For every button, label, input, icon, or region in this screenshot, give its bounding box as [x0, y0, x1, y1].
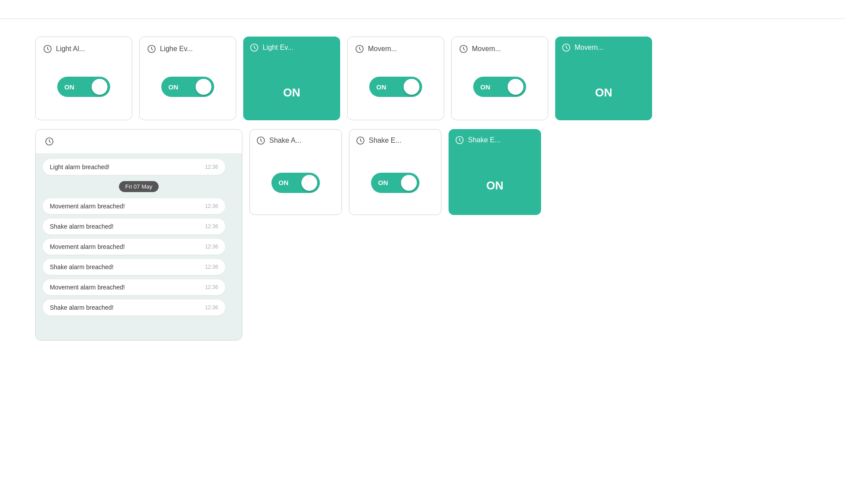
alarm-card-header-shake-a: Shake A...: [250, 130, 341, 150]
toggle-label-shake-e1: ON: [378, 179, 388, 186]
alarm-card-title-light-ev: Light Ev...: [263, 44, 293, 52]
alarm-card-title-lighe-ev: Lighe Ev...: [160, 45, 193, 53]
alarm-card-title-movem1: Movem...: [368, 45, 397, 53]
alarm-card-title-shake-a: Shake A...: [269, 137, 301, 145]
alarm-card-title-light-al: Light Al...: [56, 45, 85, 53]
message-text: Shake alarm breached!: [50, 304, 114, 311]
toggle-knob-lighe-ev: [196, 79, 212, 95]
message-text: Movement alarm breached!: [50, 203, 125, 210]
message-bubble: Shake alarm breached!12:36: [43, 219, 225, 234]
alarm-card-light-ev: Light Ev...ON: [243, 37, 340, 120]
large-on-btn-light-ev[interactable]: ON: [283, 86, 301, 100]
alarm-card-shake-a: Shake A...ON: [249, 129, 342, 215]
message-time: 12:36: [205, 223, 218, 230]
alarm-card-title-movem3: Movem...: [575, 44, 604, 52]
alarm-card-header-shake-e1: Shake E...: [349, 130, 441, 150]
alarm-card-lighe-ev: Lighe Ev...ON: [139, 37, 236, 120]
message-bubble: Shake alarm breached!12:36: [43, 300, 225, 315]
toggle-label-light-al: ON: [64, 83, 74, 91]
alarm-card-shake-e2: Shake E...ON: [449, 129, 541, 215]
message-bubble: Movement alarm breached!12:36: [43, 279, 225, 295]
toggle-knob-light-al: [92, 79, 108, 95]
message-time: 12:36: [205, 264, 218, 270]
message-bubble: Movement alarm breached!12:36: [43, 198, 225, 214]
history-icon-movem2: [459, 44, 468, 54]
page-header: [0, 0, 846, 19]
toggle-knob-movem1: [404, 79, 419, 95]
alarm-card-header-shake-e2: Shake E...: [449, 129, 541, 149]
messenger-card: Light alarm breached!12:36Fri 07 MayMove…: [35, 129, 242, 341]
toggle-switch-shake-e1[interactable]: ON: [371, 173, 419, 193]
large-on-btn-shake-e2[interactable]: ON: [486, 179, 504, 193]
toggle-area-light-ev: ON: [243, 65, 340, 120]
messenger-history-icon: [45, 137, 54, 146]
history-icon-shake-a: [256, 136, 266, 145]
messenger-body[interactable]: Light alarm breached!12:36Fri 07 MayMove…: [36, 154, 242, 340]
alarm-card-header-movem1: Movem...: [355, 44, 437, 54]
main-content: Light Al...ONLighe Ev...ONLight Ev...ONM…: [0, 19, 846, 358]
toggle-switch-movem2[interactable]: ON: [473, 77, 526, 97]
history-icon-light-ev: [249, 43, 259, 52]
toggle-area-shake-e1: ON: [349, 157, 441, 215]
alarm-card-movem1: Movem...ON: [347, 37, 444, 120]
toggle-knob-shake-e1: [401, 175, 417, 191]
toggle-area-movem3: ON: [555, 65, 652, 120]
toggle-area-shake-a: ON: [250, 157, 341, 215]
alarm-card-header-movem2: Movem...: [459, 44, 541, 54]
alarm-card-light-al: Light Al...ON: [35, 37, 132, 120]
alarm-card-header-lighe-ev: Lighe Ev...: [147, 44, 229, 54]
toggle-area-light-al: ON: [43, 61, 125, 113]
message-time: 12:36: [205, 284, 218, 290]
toggle-area-lighe-ev: ON: [147, 61, 229, 113]
alarm-card-shake-e1: Shake E...ON: [349, 129, 442, 215]
history-icon-movem1: [355, 44, 364, 54]
date-separator: Fri 07 May: [119, 181, 158, 192]
history-icon-movem3: [561, 43, 571, 52]
alarm-card-header-movem3: Movem...: [555, 37, 652, 58]
message-time: 12:36: [205, 244, 218, 250]
toggle-area-movem1: ON: [355, 61, 437, 113]
history-icon-light-al: [43, 44, 52, 54]
alarm-card-title-shake-e1: Shake E...: [369, 137, 401, 145]
message-text: Light alarm breached!: [50, 163, 109, 170]
toggle-switch-light-al[interactable]: ON: [57, 77, 110, 97]
toggle-label-movem2: ON: [480, 83, 490, 91]
alarm-card-header-light-ev: Light Ev...: [243, 37, 340, 58]
large-on-btn-movem3[interactable]: ON: [595, 86, 612, 100]
history-icon-shake-e2: [455, 135, 464, 145]
message-text: Shake alarm breached!: [50, 223, 114, 230]
toggle-label-movem1: ON: [376, 83, 386, 91]
toggle-switch-lighe-ev[interactable]: ON: [161, 77, 214, 97]
toggle-label-shake-a: ON: [278, 179, 289, 186]
alarm-card-movem2: Movem...ON: [451, 37, 548, 120]
alarm-card-title-shake-e2: Shake E...: [468, 136, 501, 144]
message-bubble: Shake alarm breached!12:36: [43, 259, 225, 275]
toggle-area-shake-e2: ON: [449, 156, 541, 215]
message-text: Shake alarm breached!: [50, 263, 114, 271]
message-time: 12:36: [205, 164, 218, 170]
messenger-header: [36, 130, 242, 154]
top-alarm-cards-row: Light Al...ONLighe Ev...ONLight Ev...ONM…: [35, 37, 811, 120]
toggle-knob-movem2: [508, 79, 523, 95]
history-icon-shake-e1: [356, 136, 365, 145]
message-text: Movement alarm breached!: [50, 284, 125, 291]
toggle-switch-movem1[interactable]: ON: [369, 77, 422, 97]
toggle-switch-shake-a[interactable]: ON: [271, 173, 320, 193]
bottom-right-cards: Shake A...ONShake E...ONShake E...ON: [249, 129, 541, 215]
bottom-row: Light alarm breached!12:36Fri 07 MayMove…: [35, 129, 811, 341]
message-bubble: Light alarm breached!12:36: [43, 159, 225, 175]
alarm-card-movem3: Movem...ON: [555, 37, 652, 120]
message-text: Movement alarm breached!: [50, 243, 125, 250]
alarm-card-title-movem2: Movem...: [472, 45, 501, 53]
message-time: 12:36: [205, 203, 218, 209]
toggle-knob-shake-a: [301, 175, 317, 191]
alarm-card-header-light-al: Light Al...: [43, 44, 125, 54]
message-time: 12:36: [205, 304, 218, 311]
history-icon-lighe-ev: [147, 44, 156, 54]
toggle-area-movem2: ON: [459, 61, 541, 113]
toggle-label-lighe-ev: ON: [168, 83, 178, 91]
message-bubble: Movement alarm breached!12:36: [43, 239, 225, 255]
